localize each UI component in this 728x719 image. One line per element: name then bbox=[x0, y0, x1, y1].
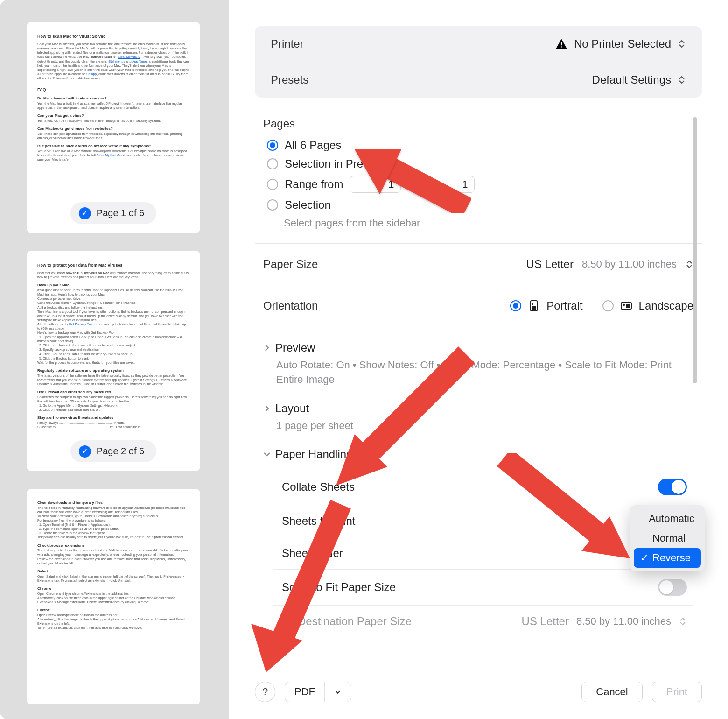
pages-all-radio[interactable]: All 6 Pages bbox=[267, 139, 702, 152]
orientation-portrait-radio[interactable]: Portrait bbox=[510, 299, 582, 312]
menu-item-normal[interactable]: Normal bbox=[634, 529, 701, 548]
faq-q3: Can Macbooks get viruses from websites? bbox=[37, 127, 189, 132]
radio-icon bbox=[267, 140, 278, 151]
svg-rect-1 bbox=[561, 46, 562, 47]
sheet-order-menu[interactable]: Automatic Normal ✓Reverse bbox=[630, 505, 705, 571]
svg-rect-0 bbox=[561, 42, 562, 46]
stepper-icon bbox=[678, 39, 686, 49]
pages-hint: Select pages from the sidebar bbox=[284, 217, 702, 229]
svg-point-3 bbox=[532, 303, 533, 305]
dialog-footer: ? PDF Cancel Print bbox=[229, 669, 728, 719]
printer-label: Printer bbox=[271, 37, 304, 50]
radio-icon bbox=[267, 199, 278, 211]
sheet-order-label: Sheet Order bbox=[282, 547, 343, 560]
orientation-landscape-radio[interactable]: Landscape bbox=[602, 299, 693, 312]
warning-icon bbox=[555, 38, 567, 49]
menu-item-reverse[interactable]: ✓Reverse bbox=[634, 548, 701, 568]
thumbnail-page-1[interactable]: How to scan Mac for virus: Solved So if … bbox=[27, 22, 200, 233]
svg-rect-4 bbox=[532, 306, 536, 310]
layout-summary: 1 page per sheet bbox=[276, 419, 693, 433]
scale-to-fit-label: Scale to Fit Paper Size bbox=[282, 581, 396, 594]
stepper-icon bbox=[678, 75, 686, 85]
pages-label: Pages bbox=[263, 117, 702, 130]
doc-heading: How to protect your data from Mac viruse… bbox=[37, 262, 189, 268]
print-settings-panel: Printer No Printer Selected Presets Defa… bbox=[229, 0, 728, 719]
pdf-button[interactable]: PDF bbox=[285, 682, 351, 702]
layout-section[interactable]: Layout 1 page per sheet bbox=[255, 395, 702, 441]
faq-heading: FAQ bbox=[37, 87, 189, 92]
radio-icon bbox=[267, 179, 278, 190]
page-badge-1: ✓ Page 1 of 6 bbox=[70, 202, 156, 224]
portrait-icon bbox=[528, 300, 540, 312]
landscape-icon bbox=[620, 300, 632, 312]
chevron-right-icon bbox=[263, 344, 271, 352]
svg-point-6 bbox=[623, 304, 624, 306]
pages-range-radio[interactable]: Range from to bbox=[267, 176, 702, 193]
faq-q4: Is it possible to have a virus on my Mac… bbox=[37, 144, 189, 149]
stepper-icon bbox=[679, 616, 687, 627]
destination-paper-size-label: Destination Paper Size bbox=[282, 615, 412, 628]
panel-scrollbar[interactable] bbox=[693, 117, 697, 383]
check-icon: ✓ bbox=[79, 207, 91, 219]
preview-section[interactable]: Preview Auto Rotate: On • Show Notes: Of… bbox=[255, 334, 702, 395]
scale-to-fit-toggle[interactable] bbox=[658, 579, 687, 596]
orientation-label: Orientation bbox=[263, 299, 318, 312]
collate-toggle[interactable] bbox=[658, 479, 687, 495]
doc-body-text: So if your Mac is infected, you have two… bbox=[37, 42, 189, 80]
presets-select[interactable]: Default Settings bbox=[592, 73, 686, 86]
sheets-to-print-label: Sheets to Print bbox=[282, 515, 355, 528]
page-badge-2: ✓ Page 2 of 6 bbox=[70, 440, 156, 462]
paper-size-select[interactable]: US Letter 8.50 by 11.00 inches bbox=[526, 258, 693, 271]
destination-paper-size-select[interactable]: US Letter 8.50 by 11.00 inches bbox=[522, 615, 687, 628]
chevron-down-icon bbox=[263, 451, 271, 458]
check-icon: ✓ bbox=[79, 445, 91, 458]
preview-summary: Auto Rotate: On • Show Notes: Off • Scal… bbox=[276, 358, 693, 387]
svg-rect-7 bbox=[626, 304, 630, 308]
printer-select[interactable]: No Printer Selected bbox=[555, 37, 686, 50]
paper-size-label: Paper Size bbox=[263, 258, 318, 271]
print-header-card: Printer No Printer Selected Presets Defa… bbox=[255, 26, 702, 98]
pages-selection-radio[interactable]: Selection bbox=[267, 198, 702, 211]
thumbnail-page-3[interactable]: Clear downloads and temporary files The … bbox=[27, 489, 200, 704]
range-from-input[interactable] bbox=[350, 176, 401, 193]
menu-item-automatic[interactable]: Automatic bbox=[634, 509, 701, 529]
thumbnail-page-2[interactable]: How to protect your data from Mac viruse… bbox=[27, 251, 200, 471]
presets-label: Presets bbox=[271, 73, 308, 86]
radio-icon bbox=[267, 158, 278, 169]
chevron-right-icon bbox=[263, 405, 271, 412]
range-to-input[interactable] bbox=[423, 176, 475, 193]
radio-icon bbox=[602, 300, 614, 311]
cancel-button[interactable]: Cancel bbox=[581, 682, 642, 702]
faq-q2: Can your Mac get a virus? bbox=[37, 113, 189, 119]
faq-q1: Do Macs have a built-in virus scanner? bbox=[37, 96, 189, 101]
radio-icon bbox=[510, 300, 521, 311]
page-thumbnails-sidebar[interactable]: How to scan Mac for virus: Solved So if … bbox=[0, 0, 229, 719]
chevron-down-icon[interactable] bbox=[324, 682, 351, 702]
doc-heading: How to scan Mac for virus: Solved bbox=[37, 34, 189, 39]
help-button[interactable]: ? bbox=[255, 682, 275, 702]
print-button[interactable]: Print bbox=[652, 682, 702, 702]
collate-label: Collate Sheets bbox=[282, 480, 355, 493]
pages-selection-preview-radio[interactable]: Selection in Preview bbox=[267, 157, 702, 170]
